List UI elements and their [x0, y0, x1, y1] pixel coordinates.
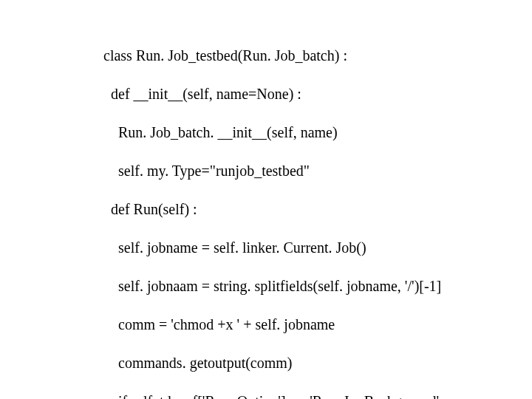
code-block: class Run. Job_testbed(Run. Job_batch) :… — [103, 27, 447, 399]
code-line: class Run. Job_testbed(Run. Job_batch) : — [103, 46, 447, 65]
code-line: comm = 'chmod +x ' + self. jobname — [103, 315, 447, 334]
code-line: def Run(self) : — [103, 200, 447, 219]
code-line: self. my. Type="runjob_testbed" — [103, 161, 447, 180]
code-line: commands. getoutput(comm) — [103, 353, 447, 372]
code-line: if self. tdconf['Run. Option'] == 'Run. … — [103, 392, 447, 399]
code-line: self. jobname = self. linker. Current. J… — [103, 238, 447, 257]
code-line: Run. Job_batch. __init__(self, name) — [103, 123, 447, 142]
code-line: self. jobnaam = string. splitfields(self… — [103, 276, 447, 296]
code-line: def __init__(self, name=None) : — [103, 84, 447, 103]
